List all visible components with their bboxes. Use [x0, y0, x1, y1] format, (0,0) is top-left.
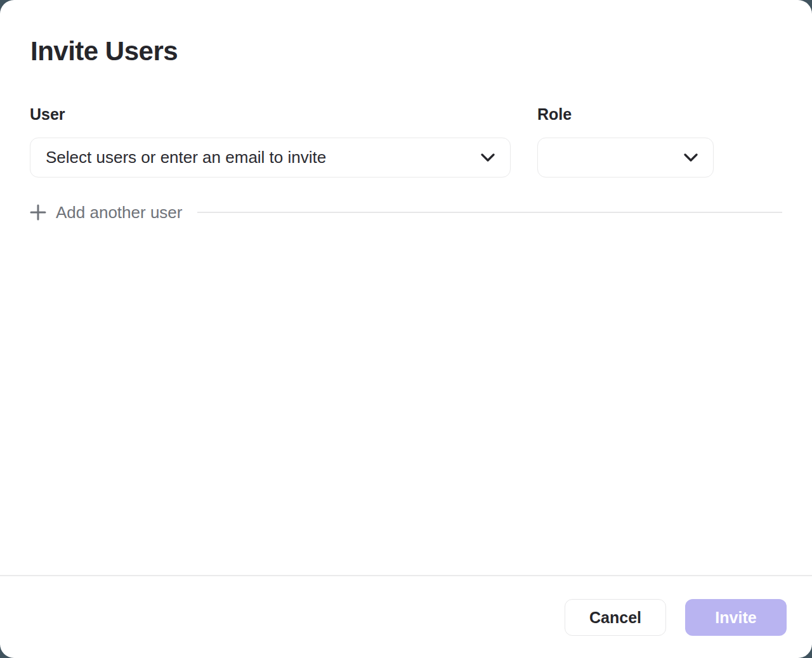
chevron-down-icon	[684, 153, 698, 162]
add-another-user-row: Add another user	[30, 202, 782, 223]
row-divider	[197, 212, 782, 213]
invite-button[interactable]: Invite	[685, 599, 787, 636]
plus-icon	[30, 204, 46, 221]
add-another-user-label: Add another user	[56, 203, 182, 223]
user-select[interactable]: Select users or enter an email to invite	[30, 138, 511, 177]
cancel-button[interactable]: Cancel	[565, 599, 666, 636]
invite-users-dialog: Invite Users User Role Select users or e…	[0, 0, 812, 658]
footer-divider	[0, 575, 812, 576]
user-select-placeholder: Select users or enter an email to invite	[46, 148, 471, 167]
dialog-title: Invite Users	[30, 37, 178, 66]
role-field-label: Role	[537, 105, 572, 124]
user-field-label: User	[30, 105, 65, 124]
add-another-user-button[interactable]: Add another user	[30, 203, 182, 223]
chevron-down-icon	[481, 153, 495, 162]
role-select[interactable]	[537, 138, 714, 177]
